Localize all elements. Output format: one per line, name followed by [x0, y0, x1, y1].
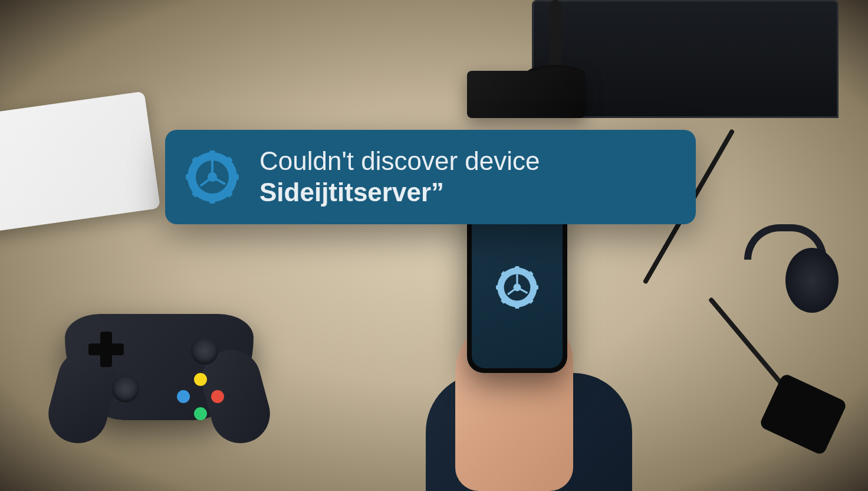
analog-stick-left	[112, 375, 139, 402]
svg-line-25	[200, 177, 212, 186]
smartphone	[467, 202, 567, 373]
headphones	[744, 224, 862, 342]
error-notification-banner: Couldn't discover device Sideijtitserver…	[165, 130, 696, 224]
error-message-line1: Couldn't discover device	[259, 146, 540, 177]
analog-stick-right	[191, 338, 218, 365]
button-a	[194, 407, 207, 420]
svg-rect-3	[515, 302, 520, 309]
svg-line-12	[508, 287, 517, 294]
svg-rect-4	[496, 285, 503, 290]
svg-rect-2	[515, 266, 520, 273]
button-x	[177, 390, 190, 403]
gear-icon	[494, 264, 541, 311]
svg-rect-16	[209, 195, 215, 204]
svg-rect-5	[531, 285, 538, 290]
phone-screen	[472, 207, 563, 368]
button-b	[211, 390, 224, 403]
svg-rect-15	[209, 150, 215, 159]
svg-rect-17	[186, 174, 195, 180]
game-controller	[35, 279, 283, 456]
router-device	[467, 71, 585, 118]
svg-rect-18	[230, 174, 239, 180]
error-text-container: Couldn't discover device Sideijtitserver…	[259, 146, 540, 208]
hand-holding-phone	[396, 196, 632, 491]
gear-icon	[183, 148, 242, 207]
button-y	[194, 373, 207, 386]
error-message-line2: Sideijtitserver”	[259, 177, 540, 208]
dpad-icon	[88, 332, 124, 367]
